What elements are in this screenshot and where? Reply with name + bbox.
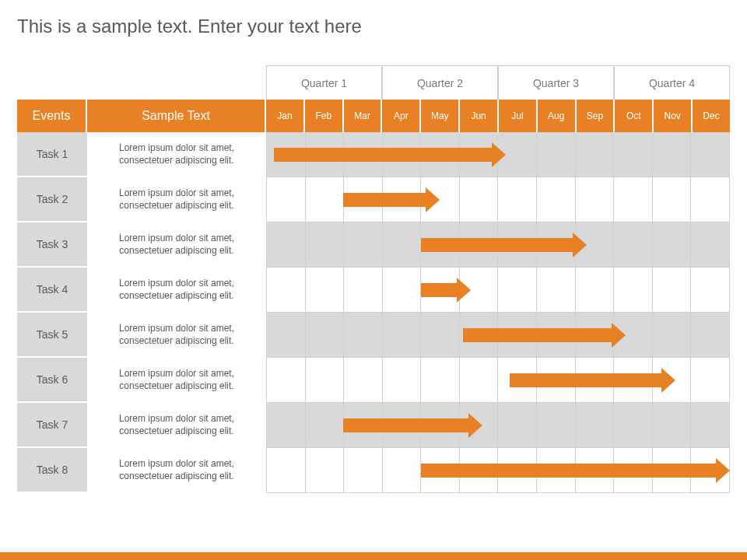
gantt-arrow-shaft — [421, 283, 458, 297]
gantt-arrow — [421, 464, 730, 478]
month-header: Jul — [499, 100, 538, 132]
timeline-cell — [266, 403, 306, 448]
task-note: Lorem ipsum dolor sit amet, consectetuer… — [87, 358, 266, 403]
timeline-cell — [653, 132, 692, 177]
gantt-arrow-head — [426, 187, 440, 212]
timeline-grid — [266, 403, 730, 448]
gantt-arrow — [343, 193, 440, 207]
timeline-cell — [306, 358, 345, 403]
timeline-cell — [383, 268, 422, 313]
month-header: Jun — [460, 100, 499, 132]
timeline-cell — [306, 268, 345, 313]
gantt-arrow-shaft — [274, 148, 492, 162]
task-row: Task 7Lorem ipsum dolor sit amet, consec… — [17, 403, 266, 448]
timeline-cell — [266, 448, 306, 493]
month-header: May — [421, 100, 460, 132]
timeline-row — [266, 448, 730, 493]
timeline-cell — [266, 313, 306, 358]
task-row: Task 6Lorem ipsum dolor sit amet, consec… — [17, 358, 266, 403]
header-sample-text: Sample Text — [87, 100, 266, 132]
gantt-arrow-shaft — [463, 328, 612, 342]
gantt-arrow — [421, 238, 587, 252]
timeline-cell — [306, 222, 345, 268]
left-column: Events Sample Text Task 1Lorem ipsum dol… — [17, 65, 266, 493]
month-header: Mar — [344, 100, 383, 132]
timeline-cell — [614, 132, 653, 177]
timeline-cell — [460, 358, 499, 403]
timeline-cell — [614, 268, 653, 313]
task-name: Task 3 — [17, 222, 87, 268]
timeline-grid — [266, 268, 730, 313]
timeline-cell — [421, 358, 460, 403]
gantt-arrow-head — [457, 278, 471, 303]
timeline-cell — [421, 313, 460, 358]
month-header: Nov — [654, 100, 693, 132]
timeline-cell — [344, 358, 383, 403]
timeline-grid — [266, 132, 730, 177]
timeline-row — [266, 268, 730, 313]
timeline-cell — [266, 222, 306, 268]
month-header: Jan — [266, 100, 305, 132]
gantt-wrapper: Events Sample Text Task 1Lorem ipsum dol… — [17, 65, 730, 493]
timeline-cell — [691, 222, 730, 268]
slide: This is a sample text. Enter your text h… — [0, 0, 747, 560]
timeline-cell — [691, 268, 730, 313]
task-name: Task 4 — [17, 268, 87, 313]
timeline-cell — [344, 313, 383, 358]
month-header: Sep — [577, 100, 615, 132]
footer-accent-bar — [0, 552, 747, 560]
timeline-cell — [498, 177, 537, 222]
timeline-cell — [266, 177, 306, 222]
timeline-cell — [576, 268, 615, 313]
gantt-arrow-shaft — [510, 373, 662, 387]
gantt-arrow-head — [716, 458, 730, 483]
timeline-cell — [691, 177, 730, 222]
task-label-list: Task 1Lorem ipsum dolor sit amet, consec… — [17, 132, 266, 493]
timeline-cell — [498, 268, 537, 313]
gantt-arrow-shaft — [421, 464, 716, 478]
timeline-body — [266, 132, 730, 493]
timeline-cell — [537, 268, 576, 313]
month-header: Feb — [305, 100, 344, 132]
timeline-cell — [344, 448, 383, 493]
task-row: Task 8Lorem ipsum dolor sit amet, consec… — [17, 448, 266, 493]
timeline-cell — [691, 132, 730, 177]
task-note: Lorem ipsum dolor sit amet, consectetuer… — [87, 313, 266, 358]
header-events: Events — [17, 100, 87, 132]
month-header: Oct — [615, 100, 654, 132]
timeline-row — [266, 222, 730, 268]
timeline-cell — [537, 177, 576, 222]
timeline-cell — [306, 448, 345, 493]
task-note: Lorem ipsum dolor sit amet, consectetuer… — [87, 268, 266, 313]
gantt-arrow-shaft — [343, 193, 426, 207]
task-name: Task 2 — [17, 177, 87, 222]
gantt-arrow — [274, 148, 506, 162]
timeline-grid — [266, 358, 730, 403]
timeline-cell — [498, 403, 537, 448]
timeline-cell — [614, 222, 653, 268]
gantt-arrow-head — [612, 323, 626, 348]
gantt-arrow-head — [492, 142, 506, 167]
timeline-cell — [614, 177, 653, 222]
timeline-cell — [614, 403, 653, 448]
timeline-cell — [344, 268, 383, 313]
left-header-row: Events Sample Text — [17, 100, 266, 132]
quarter-header: Quarter 2 — [382, 66, 498, 100]
timeline-cell — [266, 358, 306, 403]
timeline-cell — [653, 313, 692, 358]
gantt-arrow — [463, 328, 626, 342]
timeline-cell — [383, 313, 422, 358]
task-row: Task 5Lorem ipsum dolor sit amet, consec… — [17, 313, 266, 358]
gantt-arrow — [421, 283, 472, 297]
month-header: Dec — [693, 100, 730, 132]
task-row: Task 2Lorem ipsum dolor sit amet, consec… — [17, 177, 266, 222]
timeline-grid — [266, 448, 730, 493]
timeline-cell — [653, 222, 692, 268]
task-name: Task 8 — [17, 448, 87, 493]
timeline-cell — [576, 132, 615, 177]
page-title: This is a sample text. Enter your text h… — [17, 16, 730, 37]
quarter-header: Quarter 1 — [266, 66, 382, 100]
task-name: Task 7 — [17, 403, 87, 448]
gantt-arrow-shaft — [421, 238, 573, 252]
task-note: Lorem ipsum dolor sit amet, consectetuer… — [87, 177, 266, 222]
